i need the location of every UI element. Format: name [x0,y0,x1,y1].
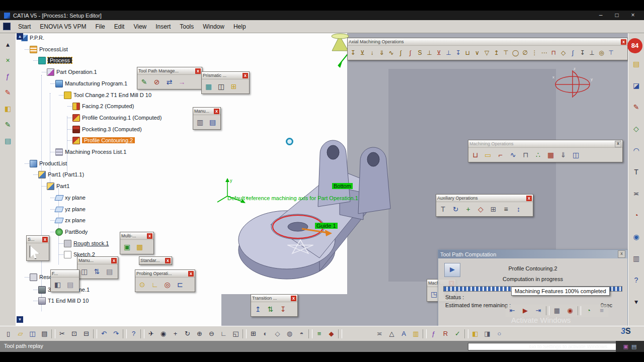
chamfer-hole-icon[interactable]: ◇ [559,47,568,58]
toolbar-tool-path-manager[interactable]: Tool Path Manage...x✎⊘⇄→ [137,67,202,89]
tree-item-zx-plane[interactable]: zx plane [55,216,86,224]
toolbar-title-prismatic-preparation[interactable]: Prismatic ...x [202,72,249,79]
replay-photo-icon[interactable]: ◉ [565,306,576,316]
transition-between-icon[interactable]: ⇅ [265,304,276,315]
tree-item-tool-change-2-t1-end-mill-d-10[interactable]: Tool Change.2 T1 End Mill D 10 [64,91,151,99]
document-icon[interactable] [3,23,11,30]
surface-icon[interactable]: ◠ [631,145,642,156]
toolbar-probing-operations[interactable]: Probing Operati...x⊙∟◎⊏ [135,269,195,292]
reorder-operations-icon[interactable]: ⇅ [91,266,103,277]
lock-tool-path-icon[interactable]: ⊘ [151,76,163,87]
toolbar-title-standard[interactable]: Standar...x [139,257,172,264]
multi-view-icon[interactable]: ⊞ [248,328,259,339]
prismatic-roughing-icon[interactable]: ▦ [545,149,556,160]
counterboring-deep-icon[interactable]: ⊓ [549,47,558,58]
rules-icon[interactable]: R [440,328,451,339]
toolbar-title-multi-pockets[interactable]: Multi-...x [120,232,153,240]
tree-scroll-up[interactable]: ▲ [17,33,23,40]
close-icon[interactable]: x [214,109,219,114]
rotate-icon[interactable]: ↻ [182,328,193,339]
multi-pockets-flank-icon[interactable]: ▣ [121,241,133,252]
reaming-icon[interactable]: ↧ [454,47,462,58]
close-button[interactable]: × [625,11,641,20]
countersinking-icon[interactable]: ∨ [473,47,481,58]
thread-without-tap-head-icon[interactable]: S [416,47,424,58]
close-icon[interactable]: x [291,296,296,301]
plunge-milling-icon[interactable]: ⇓ [557,149,569,160]
toolbar-machining-operations[interactable]: Machining Operationsx⊔▭⌐∿⊓∴▦⇓◫ [468,140,623,162]
tree-item-xy-plane[interactable]: xy plane [55,194,86,202]
cavity-milling-icon[interactable]: ◫ [570,149,582,160]
profile-contouring-icon[interactable]: ⌐ [495,149,506,160]
knowledge-icon[interactable]: ƒ [3,71,14,82]
boring-and-chamfering-icon[interactable]: ⊻ [435,47,443,58]
approach-macro-icon[interactable]: → [176,76,188,87]
toolbar-title-fixture[interactable]: F... [51,270,79,278]
chamfering-2-sides-icon[interactable]: ▽ [482,47,491,58]
toolbar-title-tool-path-manager[interactable]: Tool Path Manage...x [137,67,202,75]
operation-list-icon[interactable]: ▤ [104,266,115,277]
close-icon[interactable]: x [243,73,248,78]
drilling-icon[interactable]: ↧ [349,47,357,58]
cut-icon[interactable]: ✂ [57,328,67,339]
fixture-icon[interactable]: ◧ [52,279,63,290]
swap-visible-space-icon[interactable]: ◓ [296,328,307,339]
toolbar-multi-pockets[interactable]: Multi-...x▣▩ [120,232,154,254]
boring-back-icon[interactable]: ⊥ [588,47,596,58]
counterboring-icon[interactable]: ⊔ [463,47,472,58]
measure-icon[interactable]: ≍ [631,188,642,199]
groove-milling-icon[interactable]: ⊓ [520,149,531,160]
circular-milling-helix-icon[interactable]: ◎ [597,47,606,58]
paint-icon[interactable]: ◧ [470,328,480,339]
replay-previous-icon[interactable]: ⇤ [507,306,518,316]
close-icon[interactable]: x [165,258,171,263]
toolbar-title-manufacturing-program[interactable]: Manu...x [193,108,220,115]
manufacturing-view-icon[interactable]: ◫ [78,266,90,277]
tree-item-yz-plane[interactable]: yz plane [55,205,86,213]
material-icon[interactable]: ◧ [3,103,14,114]
circular-milling-icon[interactable]: ◯ [511,47,520,58]
probing-corner-icon[interactable]: ∟ [149,279,160,290]
paste-icon[interactable]: ⊟ [81,328,92,339]
tree-item-profile-contouring-2[interactable]: Profile Contouring.2 [72,136,135,144]
scroll-down-icon[interactable]: ▾ [631,296,642,307]
print-icon[interactable]: ▤ [39,328,50,339]
toolbar-title-axial-machining-operations[interactable]: Axial Machining Operationsx [348,38,627,46]
toolbar-fixture[interactable]: F...◧▤ [50,269,79,292]
toolbar-auxiliary-operations[interactable]: Auxiliary OperationsxT↻+◇⊞≡↕ [436,194,533,217]
select-arrow-icon[interactable] [28,245,41,259]
tool-change-aux-icon[interactable]: T [437,204,449,215]
help-icon[interactable]: ? [631,275,642,286]
apply-material-icon[interactable]: ◨ [482,328,493,339]
spot-drilling-icon[interactable]: ⊻ [358,47,367,58]
sequential-axial-icon[interactable]: ⋮ [530,47,539,58]
close-icon[interactable]: x [111,258,117,263]
close-icon[interactable]: x [195,68,201,74]
more-options-icon[interactable]: ≡ [596,306,607,316]
menu-item-tools[interactable]: Tools [175,23,198,30]
toolbar-manufacturing-program[interactable]: Manu...x▥▤ [193,107,221,130]
back-boring-icon[interactable]: ↥ [492,47,501,58]
point-to-point-icon[interactable]: ∴ [532,149,544,160]
tree-item-process[interactable]: Process [38,56,72,64]
tree-item-part1-part1-1[interactable]: Part1 (Part1.1) [38,170,84,178]
open-icon[interactable]: ▱ [15,328,26,339]
catalog-browser-icon[interactable]: ▤ [3,135,14,146]
t-slotting-icon[interactable]: ⊤ [502,47,510,58]
replay-play-icon[interactable]: ▶ [520,306,531,316]
shape-analysis-icon[interactable]: ◔ [631,210,642,221]
sketch-tracer-icon[interactable]: ✎ [3,87,14,98]
tree-item-rough-stock-1[interactable]: Rough stock.1 [64,239,109,247]
facing-icon[interactable]: ▭ [482,149,494,160]
new-document-icon[interactable]: ▯ [3,328,14,339]
tapping-rigid-icon[interactable]: ∫ [569,47,577,58]
examine-mode-icon[interactable]: ◉ [158,328,169,339]
tree-item-facing-2-computed[interactable]: Facing.2 (Computed) [72,102,134,110]
toolbar-axial-machining-operations[interactable]: Axial Machining Operationsx↧⊻↓⇓∿∫∫S⊥⊻⊥↧⊔… [347,38,628,60]
dialog-toggle-icon[interactable]: ▣ [623,343,628,350]
save-icon[interactable]: ◫ [27,328,38,339]
normal-view-icon[interactable]: ∟ [218,328,229,339]
fly-mode-icon[interactable]: ✈ [146,328,156,339]
drilling-break-chips-icon[interactable]: ∿ [387,47,395,58]
dialog-title-bar[interactable]: Tool Path Computation x [438,250,627,258]
